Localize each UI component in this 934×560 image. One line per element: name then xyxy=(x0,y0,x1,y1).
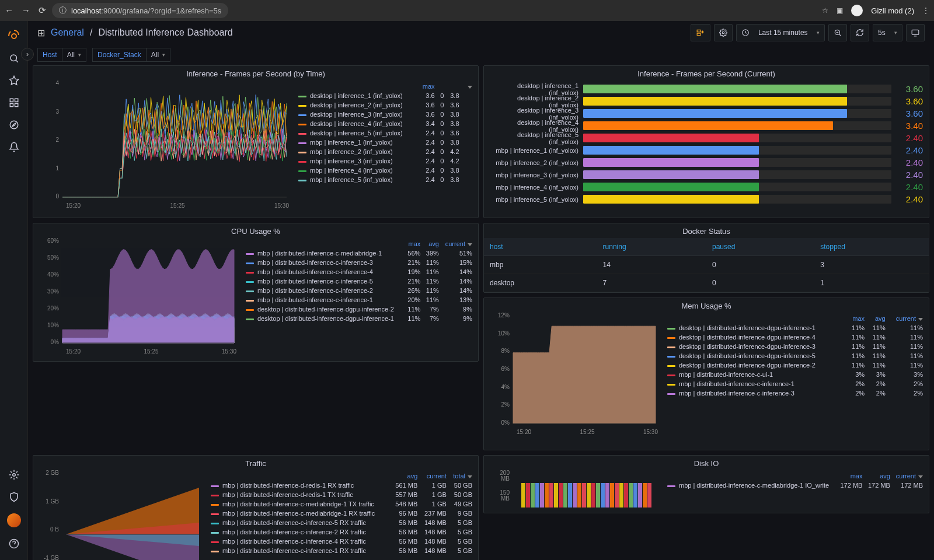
user-avatar[interactable] xyxy=(7,513,21,527)
svg-point-7 xyxy=(12,474,15,477)
svg-rect-39 xyxy=(615,483,619,508)
legend-row[interactable]: desktop | distributed-inference-dgpu-inf… xyxy=(243,304,475,314)
legend[interactable]: avgcurrenttotalmbp | distributed-inferen… xyxy=(205,470,478,560)
var-host-select[interactable]: All▾ xyxy=(62,48,86,62)
forward-icon[interactable]: → xyxy=(22,5,30,16)
dashboards-icon[interactable] xyxy=(8,97,20,108)
panel-title: Disk IO xyxy=(484,456,929,470)
add-panel-button[interactable] xyxy=(691,24,710,41)
legend-row[interactable]: mbp | inference_3 (inf_yolox)2.404.2 xyxy=(296,156,475,166)
refresh-interval-picker[interactable]: 5s ▾ xyxy=(873,24,902,41)
table-row[interactable]: mbp1403 xyxy=(484,256,929,274)
svg-rect-5 xyxy=(15,104,18,107)
address-bar[interactable]: ⓘ localhost:9000/grafana/?orgId=1&refres… xyxy=(52,3,228,18)
browser-nav: ← → ⟳ xyxy=(5,5,46,16)
svg-rect-45 xyxy=(643,483,647,508)
panel-docker-status[interactable]: Docker Status hostrunningpausedstoppedmb… xyxy=(483,223,929,293)
panel-mem[interactable]: Mem Usage % 12%10%8%6%4%2%0% 15:2015:251… xyxy=(483,298,929,450)
docker-table[interactable]: hostrunningpausedstoppedmbp1403desktop70… xyxy=(484,238,929,292)
legend-row[interactable]: mbp | distributed-inference-c-inference-… xyxy=(665,379,925,388)
legend-row[interactable]: mbp | distributed-inference-c-inference-… xyxy=(208,546,475,555)
svg-rect-9 xyxy=(697,30,700,32)
legend[interactable]: maxavgcurrentdesktop | distributed-infer… xyxy=(661,313,929,450)
legend-row[interactable]: mbp | inference_4 (inf_yolox)2.403.8 xyxy=(296,166,475,175)
legend[interactable]: maxavgcurrentmbp | distributed-inference… xyxy=(661,470,929,513)
svg-rect-36 xyxy=(601,483,605,508)
browser-chrome: ← → ⟳ ⓘ localhost:9000/grafana/?orgId=1&… xyxy=(0,0,934,21)
svg-rect-40 xyxy=(619,483,623,508)
panel-disk-io[interactable]: Disk IO 200 MB150 MB maxavgcurrentmbp | … xyxy=(483,455,929,513)
reload-icon[interactable]: ⟳ xyxy=(39,5,46,16)
explore-icon[interactable] xyxy=(8,119,20,131)
zoom-out-button[interactable] xyxy=(828,24,847,41)
grafana-logo-icon[interactable] xyxy=(7,28,21,42)
table-row[interactable]: desktop701 xyxy=(484,274,929,292)
legend-row[interactable]: mbp | distributed-inference-d-redis-1 RX… xyxy=(208,481,475,490)
alert-icon[interactable] xyxy=(8,141,20,153)
legend-row[interactable]: mbp | distributed-inference-c-mediabridg… xyxy=(208,499,475,509)
legend-row[interactable]: mbp | distributed-inference-c-mediabridg… xyxy=(243,249,475,258)
var-stack-select[interactable]: All▾ xyxy=(146,48,170,62)
legend-row[interactable]: desktop | distributed-inference-dgpu-inf… xyxy=(243,314,475,323)
legend-row[interactable]: mbp | distributed-inference-c-inference-… xyxy=(243,276,475,286)
legend-row[interactable]: desktop | distributed-inference-dgpu-inf… xyxy=(665,323,925,332)
panel-title: Inference - Frames per Second (by Time) xyxy=(33,66,478,80)
legend-row[interactable]: mbp | distributed-inference-c-inference-… xyxy=(208,518,475,527)
legend-row[interactable]: desktop | distributed-inference-dgpu-inf… xyxy=(665,342,925,351)
legend-row[interactable]: mbp | distributed-inference-c-inference-… xyxy=(208,537,475,546)
var-host-label: Host xyxy=(37,48,62,62)
time-range-picker[interactable]: Last 15 minutes ▾ xyxy=(736,24,825,41)
legend-row[interactable]: desktop | distributed-inference-dgpu-inf… xyxy=(665,351,925,360)
legend-row[interactable]: desktop | distributed-inference-dgpu-inf… xyxy=(665,332,925,342)
kebab-icon[interactable]: ⋮ xyxy=(922,6,929,15)
breadcrumb-folder[interactable]: General xyxy=(51,27,84,38)
breadcrumb: ⊞ General / Distributed Inference Dashbo… xyxy=(37,27,233,38)
legend-row[interactable]: mbp | distributed-inference-c-inference-… xyxy=(243,295,475,304)
legend-row[interactable]: mbp | distributed-inference-c-inference-… xyxy=(243,258,475,267)
sidebar-expand-icon[interactable]: › xyxy=(21,48,34,61)
legend-row[interactable]: desktop | inference_2 (inf_yolox)3.603.6 xyxy=(296,100,475,110)
legend-row[interactable]: mbp | distributed-inference-c-inference-… xyxy=(243,267,475,276)
tv-button[interactable] xyxy=(906,24,925,41)
refresh-button[interactable] xyxy=(851,24,869,41)
back-icon[interactable]: ← xyxy=(5,5,13,16)
panel-cpu[interactable]: CPU Usage % 60%50%40%30%20%10%0% 15:2015… xyxy=(33,223,479,362)
legend-row[interactable]: mbp | inference_2 (inf_yolox)2.404.2 xyxy=(296,147,475,156)
legend[interactable]: maxdesktop | inference_1 (inf_yolox)3.60… xyxy=(292,80,478,218)
legend-row[interactable]: mbp | distributed-inference-c-mediabridg… xyxy=(208,509,475,518)
panel-fps-time[interactable]: Inference - Frames per Second (by Time) … xyxy=(33,65,479,218)
svg-rect-26 xyxy=(554,483,558,508)
legend-row[interactable]: mbp | distributed-inference-c-inference-… xyxy=(243,286,475,295)
shield-icon[interactable] xyxy=(8,491,20,503)
info-icon: ⓘ xyxy=(59,5,67,16)
legend[interactable]: maxavgcurrentmbp | distributed-inference… xyxy=(240,238,478,361)
legend-row[interactable]: mbp | distributed-inference-c-inference-… xyxy=(665,388,925,398)
svg-rect-43 xyxy=(633,483,637,508)
legend-row[interactable]: mbp | distributed-inference-c-mediabridg… xyxy=(665,481,925,490)
gear-icon[interactable] xyxy=(8,469,20,481)
panel-title: Mem Usage % xyxy=(484,298,929,313)
panel-fps-current[interactable]: Inference - Frames per Second (Current) … xyxy=(483,65,929,218)
svg-rect-21 xyxy=(531,483,535,508)
legend-row[interactable]: desktop | inference_1 (inf_yolox)3.603.8 xyxy=(296,91,475,100)
legend-row[interactable]: mbp | distributed-inference-c-ui-13%3%3% xyxy=(665,370,925,379)
settings-button[interactable] xyxy=(714,24,733,41)
legend-row[interactable]: desktop | inference_4 (inf_yolox)3.403.8 xyxy=(296,119,475,128)
bar-row: desktop | inference_2 (inf_yolox)3.60 xyxy=(490,95,923,107)
star-icon[interactable]: ☆ xyxy=(822,6,828,15)
legend-row[interactable]: mbp | distributed-inference-d-redis-1 TX… xyxy=(208,490,475,499)
svg-rect-38 xyxy=(610,483,614,508)
legend-row[interactable]: mbp | inference_5 (inf_yolox)2.403.8 xyxy=(296,175,475,184)
legend-row[interactable]: desktop | inference_5 (inf_yolox)2.403.6 xyxy=(296,128,475,138)
help-icon[interactable] xyxy=(8,538,20,550)
star-icon[interactable] xyxy=(8,75,20,86)
panels-grid: Inference - Frames per Second (by Time) … xyxy=(28,65,934,560)
search-icon[interactable] xyxy=(8,52,20,64)
legend-row[interactable]: desktop | inference_3 (inf_yolox)3.603.8 xyxy=(296,110,475,119)
legend-row[interactable]: mbp | distributed-inference-c-inference-… xyxy=(208,527,475,537)
dashboard-icon: ⊞ xyxy=(37,27,45,38)
legend-row[interactable]: mbp | inference_1 (inf_yolox)2.403.8 xyxy=(296,138,475,147)
panel-traffic[interactable]: Traffic 2 GB1 GB0 B-1 GB-2 GB 15:2015:25… xyxy=(33,455,479,560)
legend-row[interactable]: desktop | distributed-inference-dgpu-inf… xyxy=(665,360,925,370)
panel-icon[interactable]: ▣ xyxy=(837,6,843,15)
